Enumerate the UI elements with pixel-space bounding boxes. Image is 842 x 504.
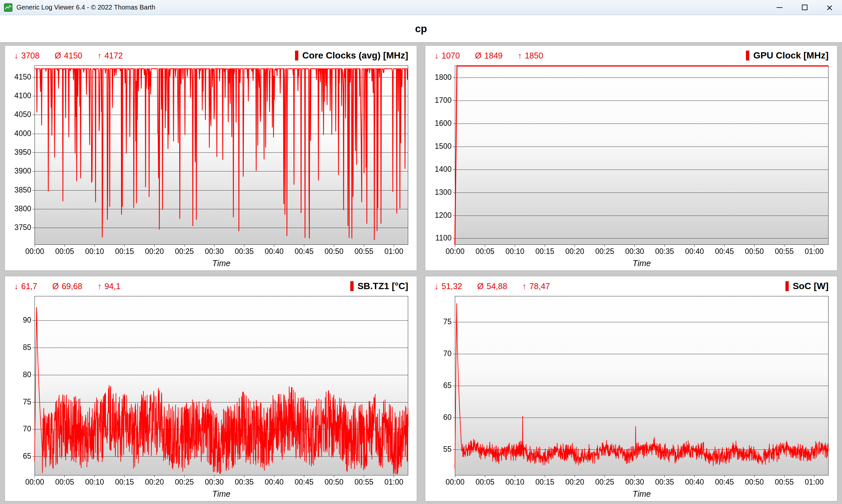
charts-grid: ↓3708 Ø4150 ↑4172 Core Clocks (avg) [MHz… <box>0 43 842 504</box>
avg-icon: Ø <box>52 282 58 291</box>
stat-min: ↓1070 <box>434 51 460 60</box>
chart-area <box>425 61 837 270</box>
stat-min-value: 61,7 <box>21 282 37 291</box>
stat-avg: Ø69,68 <box>52 282 82 291</box>
stat-max-value: 1850 <box>525 51 543 60</box>
min-arrow-icon: ↓ <box>14 282 18 291</box>
max-arrow-icon: ↑ <box>97 51 102 60</box>
stat-avg: Ø4150 <box>55 51 82 60</box>
avg-icon: Ø <box>55 51 61 60</box>
panel-header: ↓3708 Ø4150 ↑4172 Core Clocks (avg) [MHz… <box>5 46 417 61</box>
legend: SB.TZ1 [°C] <box>350 281 408 291</box>
stat-min: ↓3708 <box>14 51 39 60</box>
chart-area <box>5 291 417 501</box>
close-button[interactable]: × <box>817 0 842 15</box>
stat-avg-value: 1849 <box>484 51 503 60</box>
chart-canvas-soc[interactable] <box>429 293 834 500</box>
page-header: cp <box>0 15 842 43</box>
stat-min-value: 1070 <box>442 51 460 60</box>
stats-row: ↓3708 Ø4150 ↑4172 <box>14 51 123 60</box>
panel-header: ↓1070 Ø1849 ↑1850 GPU Clock [MHz] <box>425 46 837 61</box>
avg-icon: Ø <box>475 51 481 60</box>
app-window: Generic Log Viewer 6.4 - © 2022 Thomas B… <box>0 0 842 504</box>
window-controls: × <box>767 0 842 15</box>
stat-min-value: 3708 <box>21 51 40 60</box>
panel-header: ↓61,7 Ø69,68 ↑94,1 SB.TZ1 [°C] <box>5 276 417 291</box>
legend-label: GPU Clock [MHz] <box>753 50 828 61</box>
stat-min: ↓51,32 <box>434 282 462 291</box>
legend: GPU Clock [MHz] <box>746 50 828 61</box>
stat-max: ↑78,47 <box>522 282 550 291</box>
stat-avg: Ø54,88 <box>477 282 507 291</box>
stats-row: ↓1070 Ø1849 ↑1850 <box>434 51 543 60</box>
legend-label: Core Clocks (avg) [MHz] <box>302 50 408 61</box>
chart-panel-sb-tz1: ↓61,7 Ø69,68 ↑94,1 SB.TZ1 [°C] <box>5 276 417 501</box>
stat-avg-value: 4150 <box>64 51 83 60</box>
chart-canvas-sb-tz1[interactable] <box>8 293 413 500</box>
app-icon <box>4 3 13 12</box>
legend-label: SoC [W] <box>793 281 828 291</box>
stat-min: ↓61,7 <box>14 282 37 291</box>
stat-max-value: 78,47 <box>530 282 550 291</box>
maximize-button[interactable] <box>792 0 817 15</box>
stat-avg-value: 54,88 <box>487 282 508 291</box>
min-arrow-icon: ↓ <box>434 282 439 291</box>
legend-color-bar <box>350 281 354 291</box>
legend-color-bar <box>786 281 789 291</box>
titlebar-left: Generic Log Viewer 6.4 - © 2022 Thomas B… <box>0 3 767 12</box>
legend-label: SB.TZ1 [°C] <box>358 281 408 291</box>
panel-header: ↓51,32 Ø54,88 ↑78,47 SoC [W] <box>425 276 837 291</box>
max-arrow-icon: ↑ <box>522 282 527 291</box>
stat-max: ↑1850 <box>518 51 543 60</box>
minimize-icon <box>776 7 783 8</box>
legend-color-bar <box>295 51 298 60</box>
close-icon: × <box>826 2 833 13</box>
max-arrow-icon: ↑ <box>518 51 522 60</box>
legend: Core Clocks (avg) [MHz] <box>295 50 408 61</box>
stat-max-value: 94,1 <box>105 282 121 291</box>
stats-row: ↓61,7 Ø69,68 ↑94,1 <box>14 282 120 291</box>
stat-max-value: 4172 <box>105 51 123 60</box>
min-arrow-icon: ↓ <box>434 51 439 60</box>
chart-canvas-core-clocks[interactable] <box>8 62 413 270</box>
avg-icon: Ø <box>477 282 483 291</box>
minimize-button[interactable] <box>767 0 792 15</box>
stat-min-value: 51,32 <box>442 282 462 291</box>
stat-avg-value: 69,68 <box>62 282 83 291</box>
max-arrow-icon: ↑ <box>97 282 102 291</box>
titlebar: Generic Log Viewer 6.4 - © 2022 Thomas B… <box>0 0 842 15</box>
chart-panel-gpu-clock: ↓1070 Ø1849 ↑1850 GPU Clock [MHz] <box>425 46 837 271</box>
stat-avg: Ø1849 <box>475 51 502 60</box>
stat-max: ↑94,1 <box>97 282 120 291</box>
stats-row: ↓51,32 Ø54,88 ↑78,47 <box>434 282 550 291</box>
window-title: Generic Log Viewer 6.4 - © 2022 Thomas B… <box>16 4 155 11</box>
chart-panel-core-clocks: ↓3708 Ø4150 ↑4172 Core Clocks (avg) [MHz… <box>5 46 417 271</box>
stat-max: ↑4172 <box>97 51 123 60</box>
chart-area <box>5 61 417 270</box>
maximize-icon <box>802 5 807 10</box>
page-title: cp <box>415 23 427 35</box>
legend-color-bar <box>746 51 749 60</box>
chart-canvas-gpu-clock[interactable] <box>429 62 834 270</box>
legend: SoC [W] <box>786 281 828 291</box>
min-arrow-icon: ↓ <box>14 51 18 60</box>
chart-panel-soc: ↓51,32 Ø54,88 ↑78,47 SoC [W] <box>425 276 837 501</box>
chart-area <box>425 291 837 501</box>
